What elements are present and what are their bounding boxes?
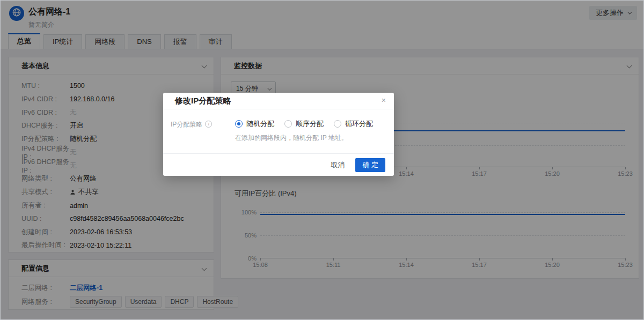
dialog-body: IP分配策略 i 随机分配 顺序分配 循环分配 — [163, 109, 394, 143]
confirm-button[interactable]: 确 定 — [355, 158, 385, 172]
dialog-header: 修改IP分配策略 — [163, 93, 394, 109]
ip-policy-field-label: IP分配策略 i — [171, 119, 235, 143]
radio-option[interactable]: 循环分配 — [334, 119, 373, 129]
ip-policy-helper-text: 在添加的网络段内，随机分配 IP 地址。 — [235, 133, 373, 143]
radio-icon — [235, 120, 243, 128]
radio-option[interactable]: 顺序分配 — [284, 119, 324, 129]
radio-option[interactable]: 随机分配 — [235, 119, 274, 129]
info-icon: i — [205, 121, 212, 128]
close-icon[interactable]: × — [382, 96, 386, 105]
radio-icon — [284, 120, 292, 128]
ip-policy-radio-group: 随机分配 顺序分配 循环分配 — [235, 119, 373, 129]
cancel-button[interactable]: 取消 — [331, 160, 345, 170]
edit-ip-policy-dialog: 修改IP分配策略 × IP分配策略 i 随机分配 顺序分配 — [163, 93, 394, 176]
page: 公有网络-1 暂无简介 更多操作 总览IP统计网络段DNS报警审计 基本信息 M… — [0, 0, 644, 320]
dialog-title: 修改IP分配策略 — [175, 96, 231, 106]
ip-policy-field: 随机分配 顺序分配 循环分配 在添加的网络段内，随机分配 IP 地址。 — [235, 119, 373, 143]
dialog-footer: 取消 确 定 — [163, 153, 394, 176]
radio-icon — [334, 120, 341, 128]
